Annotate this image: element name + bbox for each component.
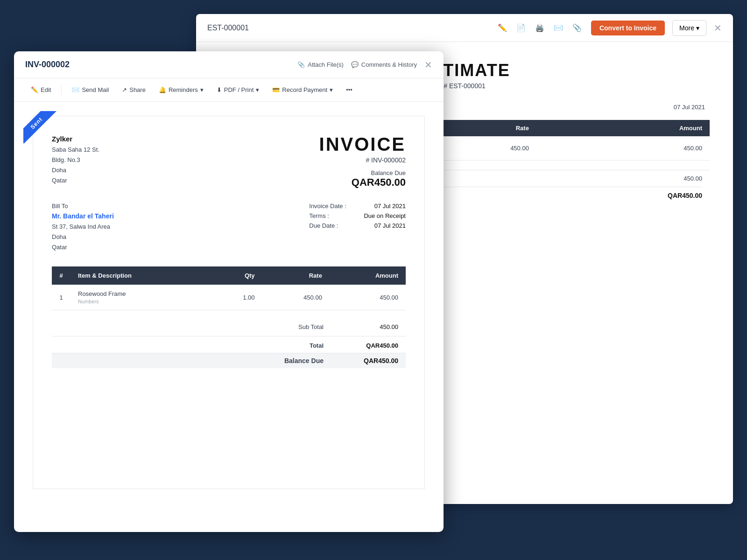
table-row: 1 Rosewood Frame Numbers 1.00 450.00 450…: [52, 285, 406, 310]
reminders-button[interactable]: 🔔 Reminders ▾: [153, 84, 209, 96]
more-options-button[interactable]: •••: [340, 84, 358, 96]
invoice-dates: Invoice Date : 07 Jul 2021 Terms : Due o…: [309, 203, 406, 252]
invoice-header-right: 📎 Attach File(s) 💬 Comments & History ✕: [297, 59, 432, 70]
estimate-header: EST-000001 ✏️ 📄 🖨️ ✉️ 📎 Convert to Invoi…: [196, 14, 733, 42]
invoice-bill-section: Bill To Mr. Bandar el Taheri St 37, Salw…: [52, 203, 406, 252]
invoice-number: INV-000002: [25, 60, 70, 70]
invoice-date-label: Invoice Date :: [309, 203, 346, 210]
mail-icon[interactable]: ✉️: [552, 21, 565, 35]
invoice-id: # INV-000002: [319, 156, 406, 164]
credit-card-icon: 💳: [272, 86, 280, 93]
ellipsis-icon: •••: [346, 86, 352, 93]
pencil-icon: ✏️: [31, 86, 38, 93]
client-address: St 37, Salwa Ind Area Doha Qatar: [52, 222, 114, 252]
invoice-close-button[interactable]: ✕: [424, 59, 432, 70]
client-name[interactable]: Mr. Bandar el Taheri: [52, 212, 114, 220]
estimate-close-button[interactable]: ✕: [714, 22, 722, 34]
balance-due-section: Balance Due QAR450.00: [319, 169, 406, 189]
invoice-toolbar: ✏️ Edit ✉️ Send Mail ↗ Share 🔔 Reminders…: [14, 78, 444, 102]
invoice-date-row: Invoice Date : 07 Jul 2021: [309, 203, 406, 210]
invoice-document: Zylker Saba Saha 12 St. Bldg. No.3 Doha …: [33, 116, 425, 489]
balance-row: Balance Due QAR450.00: [52, 353, 406, 368]
invoice-totals: Sub Total 450.00 Total QAR450.00 Balance…: [52, 320, 406, 368]
col-rate: Rate: [262, 266, 330, 285]
invoice-table-header: # Item & Description Qty Rate Amount: [52, 266, 406, 285]
paperclip-icon: 📎: [297, 61, 305, 68]
bill-to-section: Bill To Mr. Bandar el Taheri St 37, Salw…: [52, 203, 114, 252]
col-qty: Qty: [208, 266, 262, 285]
download-icon: ⬇: [217, 86, 222, 93]
estimate-date-value: 07 Jul 2021: [674, 104, 705, 111]
send-mail-button[interactable]: ✉️ Send Mail: [66, 84, 114, 96]
est-row-amount: 450.00: [536, 136, 710, 161]
attach-icon[interactable]: 📎: [571, 21, 584, 35]
sent-badge-label: Sent: [23, 111, 57, 144]
attach-files-button[interactable]: 📎 Attach File(s): [297, 61, 344, 68]
invoice-body: Sent Zylker Saba Saha 12 St. Bldg. No.3 …: [14, 102, 444, 532]
share-icon: ↗: [122, 86, 127, 93]
convert-to-invoice-button[interactable]: Convert to Invoice: [591, 21, 665, 35]
col-num: #: [52, 266, 70, 285]
subtotal-row: Sub Total 450.00: [52, 320, 406, 334]
share-button[interactable]: ↗ Share: [116, 84, 151, 96]
pdf-print-button[interactable]: ⬇ PDF / Print ▾: [211, 84, 265, 96]
col-amount: Amount: [330, 266, 406, 285]
invoice-main-title: INVOICE: [319, 135, 406, 154]
balance-due-amount: QAR450.00: [319, 176, 406, 189]
est-col-amount: Amount: [536, 120, 710, 136]
sent-badge: Sent: [23, 111, 65, 153]
due-date-row: Due Date : 07 Jul 2021: [309, 222, 406, 229]
print-icon[interactable]: 🖨️: [533, 21, 546, 35]
total-row: Total QAR450.00: [52, 338, 406, 353]
edit-button[interactable]: ✏️ Edit: [25, 84, 56, 96]
row-qty: 1.00: [208, 285, 262, 310]
terms-value: Due on Receipt: [364, 212, 406, 219]
bill-to-label: Bill To: [52, 203, 114, 210]
comment-icon: 💬: [351, 61, 359, 68]
edit-icon[interactable]: ✏️: [496, 21, 509, 35]
totals-divider: [52, 336, 406, 336]
mail-icon: ✉️: [72, 86, 79, 93]
terms-label: Terms :: [309, 212, 329, 219]
invoice-line-items-table: # Item & Description Qty Rate Amount 1 R…: [52, 266, 406, 310]
invoice-window: INV-000002 📎 Attach File(s) 💬 Comments &…: [14, 51, 444, 532]
invoice-title-section: INVOICE # INV-000002 Balance Due QAR450.…: [319, 135, 406, 189]
balance-due-label: Balance Due: [319, 169, 406, 176]
row-rate: 450.00: [262, 285, 330, 310]
estimate-icon-group: ✏️ 📄 🖨️ ✉️ 📎: [496, 21, 584, 35]
invoice-date-value: 07 Jul 2021: [374, 203, 406, 210]
estimate-title: EST-000001: [207, 24, 488, 32]
invoice-header-left: INV-000002: [25, 60, 70, 70]
row-num: 1: [52, 285, 70, 310]
record-payment-button[interactable]: 💳 Record Payment ▾: [267, 84, 338, 96]
due-date-value: 07 Jul 2021: [374, 222, 406, 229]
comments-history-button[interactable]: 💬 Comments & History: [351, 61, 417, 68]
toolbar-separator: [61, 85, 62, 95]
download-icon[interactable]: 📄: [514, 21, 528, 35]
bell-icon: 🔔: [159, 86, 166, 93]
more-button[interactable]: More ▾: [672, 20, 706, 36]
invoice-doc-header: Zylker Saba Saha 12 St. Bldg. No.3 Doha …: [52, 135, 406, 189]
row-amount: 450.00: [330, 285, 406, 310]
col-item: Item & Description: [70, 266, 208, 285]
invoice-header: INV-000002 📎 Attach File(s) 💬 Comments &…: [14, 51, 444, 78]
row-item: Rosewood Frame Numbers: [70, 285, 208, 310]
terms-row: Terms : Due on Receipt: [309, 212, 406, 219]
due-date-label: Due Date :: [309, 222, 338, 229]
